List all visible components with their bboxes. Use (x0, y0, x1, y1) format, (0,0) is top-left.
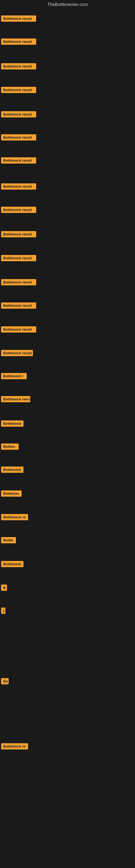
bottleneck-label-14: Bottleneck result (1, 326, 36, 333)
bottleneck-item-14: Bottleneck result (1, 326, 36, 333)
bottleneck-item-19: Bottlen (1, 443, 18, 450)
bottleneck-label-22: Bottleneck re (1, 514, 28, 520)
bottleneck-label-16: Bottleneck r (1, 373, 27, 379)
bottleneck-label-12: Bottleneck result (1, 279, 36, 285)
bottleneck-label-18: Bottleneck (1, 421, 24, 427)
bottleneck-label-20: Bottleneck (1, 467, 24, 473)
bottleneck-item-24: Bottleneck (1, 561, 24, 567)
bottleneck-label-9: Bottleneck result (1, 207, 36, 213)
bottleneck-item-16: Bottleneck r (1, 373, 27, 379)
bottleneck-item-10: Bottleneck result (1, 231, 36, 237)
bottleneck-item-7: Bottleneck result (1, 157, 36, 163)
bottleneck-item-15: Bottleneck result (1, 350, 33, 356)
bottleneck-label-6: Bottleneck result (1, 134, 36, 141)
bottleneck-label-10: Bottleneck result (1, 231, 36, 237)
bottleneck-label-19: Bottlen (1, 443, 18, 450)
bottleneck-label-5: Bottleneck result (1, 111, 36, 118)
bottleneck-item-9: Bottleneck result (1, 207, 36, 213)
bottleneck-label-24: Bottleneck (1, 561, 24, 567)
bottleneck-label-15: Bottleneck result (1, 350, 33, 356)
bottleneck-item-17: Bottleneck resu (1, 396, 30, 402)
bottleneck-label-3: Bottleneck result (1, 63, 36, 69)
bottleneck-item-28: Bottleneck re (1, 743, 28, 749)
bottleneck-item-18: Bottleneck (1, 421, 24, 427)
bottleneck-label-7: Bottleneck result (1, 157, 36, 163)
bottleneck-item-11: Bottleneck result (1, 255, 36, 261)
bottleneck-item-25: B (1, 585, 7, 591)
page-container: TheBottlenecker.com Bottleneck resultBot… (0, 0, 135, 868)
bottleneck-label-21: Bottlenec (1, 490, 21, 497)
bottleneck-label-2: Bottleneck result (1, 38, 36, 45)
bottleneck-item-1: Bottleneck result (1, 16, 36, 22)
bottleneck-item-22: Bottleneck re (1, 514, 28, 520)
bottleneck-item-8: Bottleneck result (1, 183, 36, 190)
bottleneck-label-4: Bottleneck result (1, 87, 36, 93)
bottleneck-label-1: Bottleneck result (1, 16, 36, 22)
bottleneck-item-6: Bottleneck result (1, 134, 36, 141)
bottleneck-label-28: Bottleneck re (1, 743, 28, 749)
bottleneck-item-12: Bottleneck result (1, 279, 36, 285)
bottleneck-item-3: Bottleneck result (1, 63, 36, 69)
bottleneck-label-11: Bottleneck result (1, 255, 36, 261)
bottleneck-label-27: Bo (1, 678, 9, 684)
bottleneck-label-25: B (1, 585, 7, 591)
bottleneck-item-21: Bottlenec (1, 490, 21, 497)
bottleneck-item-4: Bottleneck result (1, 87, 36, 93)
bottleneck-item-27: Bo (1, 678, 9, 684)
bottleneck-label-23: Bottle (1, 537, 16, 543)
bottleneck-item-26: | (1, 608, 5, 614)
bottleneck-label-8: Bottleneck result (1, 183, 36, 190)
bottleneck-item-23: Bottle (1, 537, 16, 543)
bottleneck-item-13: Bottleneck result (1, 303, 36, 309)
bottleneck-item-20: Bottleneck (1, 467, 24, 473)
bottleneck-item-2: Bottleneck result (1, 38, 36, 45)
bottleneck-label-13: Bottleneck result (1, 303, 36, 309)
bottleneck-label-17: Bottleneck resu (1, 396, 30, 402)
bottleneck-label-26: | (1, 608, 5, 614)
site-title: TheBottlenecker.com (0, 0, 135, 9)
bottleneck-item-5: Bottleneck result (1, 111, 36, 118)
